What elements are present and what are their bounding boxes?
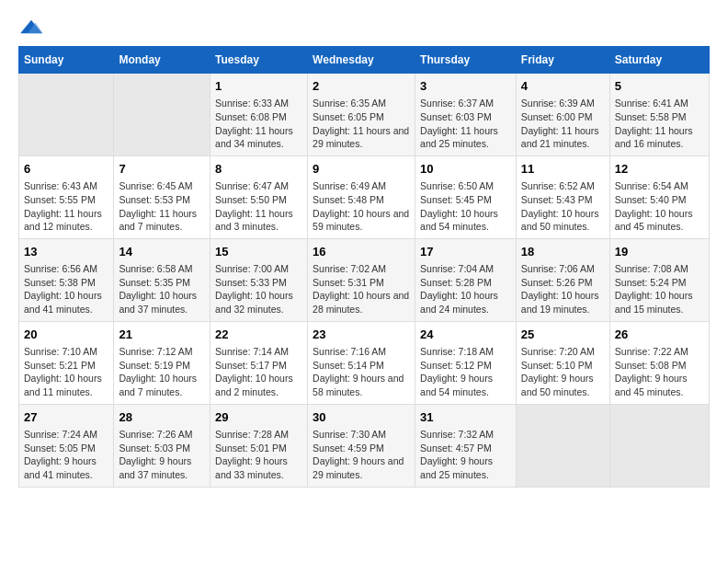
day-number: 22: [215, 327, 302, 343]
calendar-cell: 26Sunrise: 7:22 AMSunset: 5:08 PMDayligh…: [609, 321, 709, 404]
calendar-cell: [19, 74, 114, 156]
day-info: Sunrise: 6:47 AMSunset: 5:50 PMDaylight:…: [215, 179, 302, 234]
calendar-cell: 2Sunrise: 6:35 AMSunset: 6:05 PMDaylight…: [308, 74, 415, 156]
day-number: 15: [215, 244, 302, 260]
day-number: 25: [521, 327, 605, 343]
weekday-header-wednesday: Wednesday: [308, 47, 415, 74]
calendar-cell: [114, 74, 210, 156]
day-info: Sunrise: 6:56 AMSunset: 5:38 PMDaylight:…: [24, 262, 108, 316]
day-number: 28: [119, 409, 205, 426]
calendar-week-row: 1Sunrise: 6:33 AMSunset: 6:08 PMDaylight…: [19, 74, 710, 156]
calendar-cell: 12Sunrise: 6:54 AMSunset: 5:40 PMDayligh…: [609, 155, 709, 238]
calendar-cell: 20Sunrise: 7:10 AMSunset: 5:21 PMDayligh…: [19, 321, 114, 404]
day-info: Sunrise: 6:50 AMSunset: 5:45 PMDaylight:…: [420, 179, 511, 234]
calendar-cell: 19Sunrise: 7:08 AMSunset: 5:24 PMDayligh…: [609, 238, 709, 321]
weekday-header-friday: Friday: [516, 47, 609, 74]
day-number: 9: [313, 161, 410, 178]
day-number: 16: [313, 244, 410, 260]
calendar-cell: 31Sunrise: 7:32 AMSunset: 4:57 PMDayligh…: [415, 404, 517, 487]
day-info: Sunrise: 7:22 AMSunset: 5:08 PMDaylight:…: [615, 345, 704, 399]
calendar-cell: 9Sunrise: 6:49 AMSunset: 5:48 PMDaylight…: [308, 155, 415, 238]
calendar-cell: 4Sunrise: 6:39 AMSunset: 6:00 PMDaylight…: [516, 74, 609, 156]
calendar-week-row: 6Sunrise: 6:43 AMSunset: 5:55 PMDaylight…: [19, 155, 710, 238]
weekday-header-thursday: Thursday: [415, 47, 517, 74]
calendar-cell: 11Sunrise: 6:52 AMSunset: 5:43 PMDayligh…: [516, 155, 609, 238]
day-number: 12: [615, 161, 704, 178]
day-info: Sunrise: 6:33 AMSunset: 6:08 PMDaylight:…: [215, 97, 302, 151]
day-number: 11: [521, 161, 605, 178]
calendar-cell: 15Sunrise: 7:00 AMSunset: 5:33 PMDayligh…: [210, 238, 308, 321]
calendar-week-row: 13Sunrise: 6:56 AMSunset: 5:38 PMDayligh…: [19, 238, 710, 321]
day-info: Sunrise: 7:04 AMSunset: 5:28 PMDaylight:…: [420, 262, 511, 316]
day-number: 1: [215, 78, 302, 95]
day-info: Sunrise: 7:06 AMSunset: 5:26 PMDaylight:…: [521, 262, 605, 316]
day-info: Sunrise: 6:43 AMSunset: 5:55 PMDaylight:…: [24, 179, 108, 234]
logo-icon: [18, 18, 44, 37]
calendar-cell: 27Sunrise: 7:24 AMSunset: 5:05 PMDayligh…: [19, 404, 114, 487]
day-number: 10: [420, 161, 511, 178]
day-number: 20: [24, 327, 108, 343]
calendar-cell: 10Sunrise: 6:50 AMSunset: 5:45 PMDayligh…: [415, 155, 517, 238]
day-number: 31: [420, 409, 511, 426]
day-number: 14: [119, 244, 205, 260]
day-info: Sunrise: 7:08 AMSunset: 5:24 PMDaylight:…: [615, 262, 704, 316]
day-info: Sunrise: 6:58 AMSunset: 5:35 PMDaylight:…: [119, 262, 205, 316]
day-number: 24: [420, 327, 511, 343]
day-number: 17: [420, 244, 511, 260]
day-info: Sunrise: 7:16 AMSunset: 5:14 PMDaylight:…: [313, 345, 410, 399]
day-info: Sunrise: 6:39 AMSunset: 6:00 PMDaylight:…: [521, 97, 605, 151]
calendar-cell: 7Sunrise: 6:45 AMSunset: 5:53 PMDaylight…: [114, 155, 210, 238]
day-number: 18: [521, 244, 605, 260]
day-info: Sunrise: 7:20 AMSunset: 5:10 PMDaylight:…: [521, 345, 605, 399]
day-info: Sunrise: 7:18 AMSunset: 5:12 PMDaylight:…: [420, 345, 511, 399]
day-number: 21: [119, 327, 205, 343]
calendar-cell: 21Sunrise: 7:12 AMSunset: 5:19 PMDayligh…: [114, 321, 210, 404]
calendar-cell: 17Sunrise: 7:04 AMSunset: 5:28 PMDayligh…: [415, 238, 517, 321]
day-number: 13: [24, 244, 108, 260]
day-info: Sunrise: 7:10 AMSunset: 5:21 PMDaylight:…: [24, 345, 108, 399]
calendar-cell: 13Sunrise: 6:56 AMSunset: 5:38 PMDayligh…: [19, 238, 114, 321]
day-number: 4: [521, 78, 605, 95]
calendar-cell: 24Sunrise: 7:18 AMSunset: 5:12 PMDayligh…: [415, 321, 517, 404]
calendar-cell: 8Sunrise: 6:47 AMSunset: 5:50 PMDaylight…: [210, 155, 308, 238]
calendar-cell: 23Sunrise: 7:16 AMSunset: 5:14 PMDayligh…: [308, 321, 415, 404]
calendar-cell: 1Sunrise: 6:33 AMSunset: 6:08 PMDaylight…: [210, 74, 308, 156]
day-info: Sunrise: 6:54 AMSunset: 5:40 PMDaylight:…: [615, 179, 704, 234]
day-info: Sunrise: 6:35 AMSunset: 6:05 PMDaylight:…: [313, 97, 410, 151]
logo: [18, 18, 48, 37]
day-number: 29: [215, 409, 302, 426]
day-number: 2: [313, 78, 410, 95]
day-info: Sunrise: 7:28 AMSunset: 5:01 PMDaylight:…: [215, 428, 302, 482]
day-number: 26: [615, 327, 704, 343]
calendar-cell: [609, 404, 709, 487]
weekday-header-saturday: Saturday: [609, 47, 709, 74]
day-info: Sunrise: 6:41 AMSunset: 5:58 PMDaylight:…: [615, 97, 704, 151]
calendar-cell: 6Sunrise: 6:43 AMSunset: 5:55 PMDaylight…: [19, 155, 114, 238]
weekday-header-sunday: Sunday: [19, 47, 114, 74]
day-info: Sunrise: 7:02 AMSunset: 5:31 PMDaylight:…: [313, 262, 410, 316]
weekday-header-row: SundayMondayTuesdayWednesdayThursdayFrid…: [19, 47, 710, 74]
page-header: [18, 18, 710, 37]
calendar-table: SundayMondayTuesdayWednesdayThursdayFrid…: [18, 46, 710, 488]
calendar-cell: 14Sunrise: 6:58 AMSunset: 5:35 PMDayligh…: [114, 238, 210, 321]
calendar-cell: 3Sunrise: 6:37 AMSunset: 6:03 PMDaylight…: [415, 74, 517, 156]
day-info: Sunrise: 6:37 AMSunset: 6:03 PMDaylight:…: [420, 97, 511, 151]
day-info: Sunrise: 7:32 AMSunset: 4:57 PMDaylight:…: [420, 428, 511, 482]
day-info: Sunrise: 7:14 AMSunset: 5:17 PMDaylight:…: [215, 345, 302, 399]
day-number: 19: [615, 244, 704, 260]
calendar-cell: 30Sunrise: 7:30 AMSunset: 4:59 PMDayligh…: [308, 404, 415, 487]
day-info: Sunrise: 7:12 AMSunset: 5:19 PMDaylight:…: [119, 345, 205, 399]
calendar-cell: 22Sunrise: 7:14 AMSunset: 5:17 PMDayligh…: [210, 321, 308, 404]
calendar-cell: [516, 404, 609, 487]
day-info: Sunrise: 6:45 AMSunset: 5:53 PMDaylight:…: [119, 179, 205, 234]
day-number: 30: [313, 409, 410, 426]
day-info: Sunrise: 7:26 AMSunset: 5:03 PMDaylight:…: [119, 428, 205, 482]
day-info: Sunrise: 7:24 AMSunset: 5:05 PMDaylight:…: [24, 428, 108, 482]
day-info: Sunrise: 6:52 AMSunset: 5:43 PMDaylight:…: [521, 179, 605, 234]
calendar-week-row: 20Sunrise: 7:10 AMSunset: 5:21 PMDayligh…: [19, 321, 710, 404]
day-info: Sunrise: 6:49 AMSunset: 5:48 PMDaylight:…: [313, 179, 410, 234]
day-number: 5: [615, 78, 704, 95]
day-number: 7: [119, 161, 205, 178]
day-number: 6: [24, 161, 108, 178]
day-info: Sunrise: 7:30 AMSunset: 4:59 PMDaylight:…: [313, 428, 410, 482]
